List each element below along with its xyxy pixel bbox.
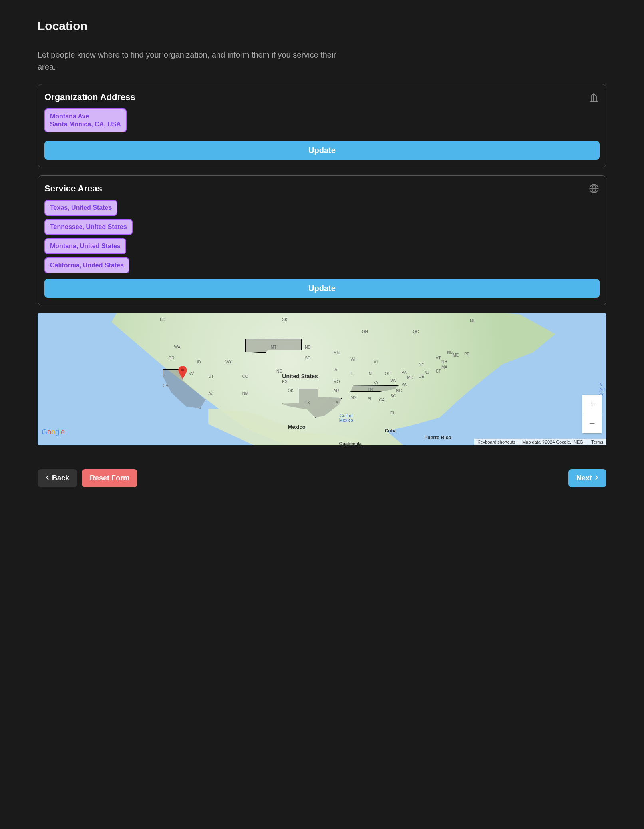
keyboard-shortcuts-link[interactable]: Keyboard shortcuts [474,439,519,445]
organization-address-card: Organization Address Montana AveSanta Mo… [38,84,606,167]
map[interactable]: United States Mexico Cuba Puerto Rico Gu… [38,313,606,445]
map-lbl: NY [419,362,424,367]
map-lbl: MI [373,360,378,364]
next-label: Next [576,474,592,482]
organization-address-title: Organization Address [44,92,135,102]
map-terms-link[interactable]: Terms [588,439,606,445]
map-lbl-qc: QC [413,329,419,334]
map-lbl: UT [208,374,213,379]
map-footer: Keyboard shortcuts Map data ©2024 Google… [474,439,606,445]
map-lbl: VT [436,356,441,360]
map-lbl-bc: BC [160,317,165,322]
next-button[interactable]: Next [568,469,606,487]
reset-form-button[interactable]: Reset Form [82,469,137,487]
service-area-chip[interactable]: Texas, United States [44,200,117,216]
map-lbl: GA [379,398,384,402]
map-lbl: IL [350,371,354,376]
map-zoom-control: + − [582,395,602,433]
map-lbl: NH [441,360,447,364]
map-lbl: FL [390,411,395,415]
map-lbl: WA [174,345,181,349]
service-area-chip[interactable]: Montana, United States [44,238,126,254]
map-lbl: OH [385,371,391,376]
map-lbl: NE [276,369,282,373]
map-label-us: United States [282,373,318,379]
service-area-chip[interactable]: Tennessee, United States [44,219,133,235]
map-lbl: WV [390,378,397,383]
map-label-cuba: Cuba [385,428,397,434]
update-address-button[interactable]: Update [44,141,600,160]
update-service-areas-button[interactable]: Update [44,279,600,298]
card-header: Organization Address [44,92,600,103]
map-lbl: MA [441,365,447,369]
map-lbl: OK [288,389,294,393]
page-description: Let people know where to find your organ… [38,49,349,73]
map-lbl: MS [350,395,356,400]
map-lbl-sk: SK [282,317,287,322]
address-line2: Santa Monica, CA, USA [50,121,121,128]
map-lbl: ID [197,360,201,364]
wizard-footer: Back Reset Form Next [38,469,606,487]
map-lbl: MT [271,345,276,349]
map-marker-icon [178,366,187,379]
map-lbl: WI [350,357,355,361]
map-terrain [38,313,606,445]
map-lbl: MO [333,379,340,384]
map-lbl: SD [305,356,310,360]
zoom-out-button[interactable]: − [582,414,602,433]
page-title: Location [38,19,606,33]
map-lbl: KY [373,381,378,385]
service-area-chip-list: Texas, United States Tennessee, United S… [44,200,600,273]
chevron-right-icon [594,474,598,482]
map-lbl: LA [333,401,338,405]
map-lbl: MD [407,375,414,380]
map-label-guatemala: Guatemala [339,441,362,445]
map-lbl: PA [402,370,407,375]
service-areas-card: Service Areas Texas, United States Tenne… [38,175,606,305]
map-lbl: AR [333,389,339,393]
chevron-left-icon [46,474,50,482]
google-logo: Google [42,428,65,436]
service-areas-title: Service Areas [44,183,102,194]
map-lbl: NC [396,389,402,393]
map-lbl: ND [305,345,310,349]
map-lbl: MN [333,350,340,355]
map-lbl: DE [419,374,424,379]
map-lbl: TX [305,401,310,405]
map-lbl: CT [436,369,441,373]
back-button[interactable]: Back [38,469,77,487]
globe-icon [588,183,600,194]
map-label-mexico: Mexico [288,424,306,430]
building-icon [588,92,600,103]
map-lbl: NV [188,371,194,376]
map-lbl: ME [453,353,459,357]
map-lbl-nb: NB [447,350,453,355]
map-lbl: VA [402,382,407,387]
card-header: Service Areas [44,183,600,194]
address-chip[interactable]: Montana AveSanta Monica, CA, USA [44,108,127,132]
svg-point-1 [181,369,184,371]
map-label-puerto-rico: Puerto Rico [424,435,451,440]
map-lbl: TN [368,387,373,392]
map-lbl: KS [282,379,287,384]
map-lbl: CA [163,383,168,388]
zoom-in-button[interactable]: + [582,395,602,414]
reset-label: Reset Form [90,474,129,482]
back-label: Back [52,474,69,482]
address-line1: Montana Ave [50,113,89,120]
service-area-chip[interactable]: California, United States [44,257,129,273]
map-lbl: SC [390,394,396,398]
map-lbl: NJ [424,370,429,375]
map-lbl: AL [368,397,372,401]
map-lbl: WY [225,360,232,364]
map-label-gulf: Gulf ofMexico [339,414,353,422]
map-lbl-on: ON [362,329,368,334]
map-lbl: IA [333,367,337,372]
map-lbl: NM [242,391,249,396]
map-lbl: AZ [208,391,213,396]
map-lbl: CO [242,374,248,379]
map-lbl-nl: NL [470,319,475,323]
map-lbl: IN [368,371,372,376]
map-attribution: Map data ©2024 Google, INEGI [519,439,588,445]
map-lbl: OR [169,356,175,360]
